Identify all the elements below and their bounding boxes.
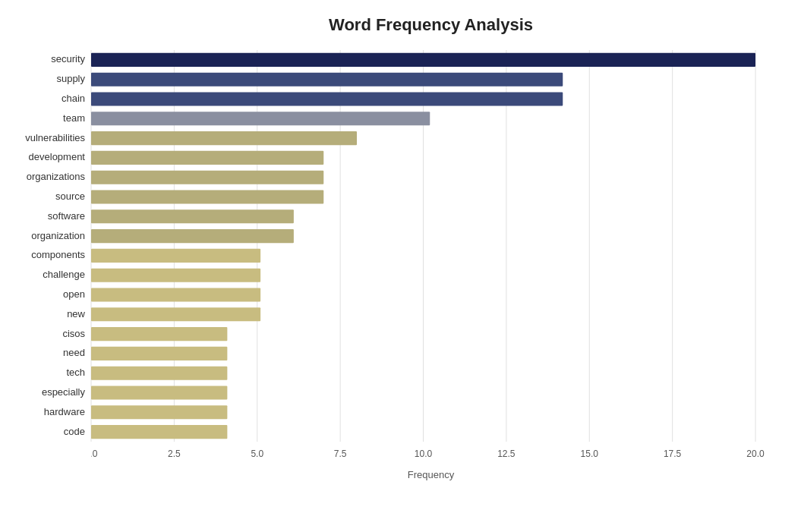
svg-text:team: team [63,112,85,124]
svg-rect-47 [91,425,227,439]
svg-rect-45 [91,405,227,419]
svg-text:chain: chain [61,93,85,104]
svg-text:organization: organization [31,230,85,241]
svg-text:open: open [63,288,85,300]
svg-text:software: software [48,210,85,222]
svg-rect-9 [91,53,755,67]
svg-text:vulnerabilities: vulnerabilities [25,132,85,143]
svg-text:especially: especially [42,386,86,398]
svg-text:17.5: 17.5 [664,449,682,459]
svg-rect-33 [91,288,260,301]
svg-text:tech: tech [66,367,85,378]
svg-rect-17 [91,131,357,145]
svg-rect-31 [91,269,260,282]
svg-text:organizations: organizations [27,171,86,182]
chart-body: securitysupplychainteamvulnerabilitiesde… [91,47,771,445]
svg-text:12.5: 12.5 [497,449,516,459]
x-axis: 0.02.55.07.510.012.515.017.520.0 [91,445,771,467]
svg-rect-11 [91,73,563,87]
svg-rect-23 [91,190,323,203]
chart-title: Word Frequency Analysis [91,15,771,35]
x-axis-label: Frequency [91,469,771,480]
svg-rect-37 [91,327,227,341]
svg-rect-27 [91,229,294,243]
svg-rect-35 [91,307,260,321]
svg-text:code: code [64,426,85,437]
svg-rect-25 [91,209,294,223]
svg-text:development: development [29,151,86,162]
svg-rect-13 [91,92,563,105]
svg-text:20.0: 20.0 [746,449,765,459]
svg-rect-19 [91,151,323,165]
svg-text:7.5: 7.5 [334,449,347,459]
svg-text:0.0: 0.0 [91,449,98,459]
svg-rect-15 [91,112,430,125]
svg-text:new: new [67,308,85,320]
svg-text:source: source [55,190,85,202]
svg-text:components: components [31,249,85,260]
svg-text:cisos: cisos [62,328,85,339]
svg-text:challenge: challenge [43,269,85,280]
svg-rect-39 [91,347,227,360]
svg-text:need: need [63,347,85,358]
svg-rect-29 [91,249,260,263]
svg-text:security: security [51,53,85,65]
svg-text:hardware: hardware [44,406,85,417]
x-axis-svg: 0.02.55.07.510.012.515.017.520.0 [91,445,771,467]
svg-text:supply: supply [56,73,85,84]
svg-text:15.0: 15.0 [581,449,599,459]
svg-rect-41 [91,367,227,380]
svg-text:10.0: 10.0 [415,449,433,459]
svg-rect-43 [91,386,227,399]
svg-text:2.5: 2.5 [168,449,181,459]
svg-rect-21 [91,171,323,184]
svg-text:5.0: 5.0 [251,449,263,459]
chart-svg: securitysupplychainteamvulnerabilitiesde… [91,47,771,445]
chart-container: Word Frequency Analysis securitysupplych… [0,0,801,532]
